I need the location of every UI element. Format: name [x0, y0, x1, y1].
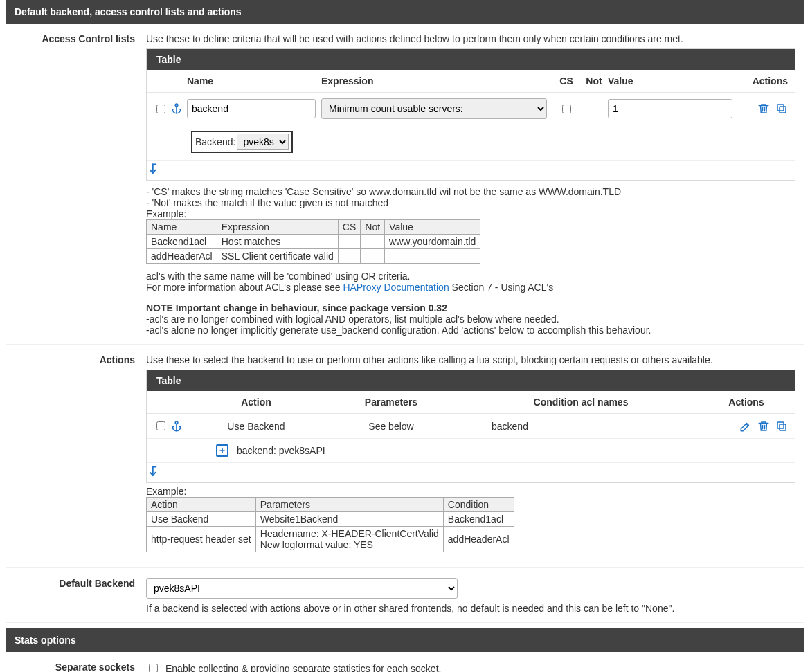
panel-title-stats: Stats options [6, 628, 804, 652]
acl-table: Table Name Expression CS Not Value Actio… [146, 48, 795, 181]
delete-icon[interactable] [757, 102, 770, 115]
acl-note-not: - 'Not' makes the match if the value giv… [146, 197, 795, 208]
actions-col-cond: Condition acl names [457, 397, 705, 408]
svg-rect-15 [777, 422, 784, 428]
acl-col-not: Not [580, 75, 608, 87]
acl-backend-label: Backend: [195, 136, 235, 147]
row-label-acl: Access Control lists [15, 33, 146, 336]
acl-example-label: Example: [146, 208, 795, 219]
actions-subrow: + backend: pvek8sAPI [147, 439, 795, 463]
reorder-down-icon[interactable] [148, 162, 161, 177]
acl-col-actions: Actions [738, 75, 788, 87]
acl-value-input[interactable] [608, 99, 732, 118]
acl-table-title: Table [147, 49, 795, 70]
acl-col-cs: CS [552, 75, 580, 87]
actions-example-label: Example: [146, 486, 795, 497]
actions-row-params: See below [325, 421, 457, 432]
acl-col-value: Value [608, 75, 738, 87]
reorder-down-icon[interactable] [148, 464, 161, 480]
acl-combine-note: acl's with the same name will be 'combin… [146, 271, 795, 282]
panel-title-backend: Default backend, access control lists an… [6, 0, 804, 24]
default-backend-help: If a backend is selected with actions ab… [146, 603, 795, 614]
actions-col-acts: Actions [705, 397, 788, 408]
row-label-separate-sockets: Separate sockets [15, 662, 146, 672]
anchor-icon[interactable] [170, 102, 183, 115]
copy-icon[interactable] [775, 102, 788, 115]
default-backend-select[interactable]: pvek8sAPI [146, 578, 458, 599]
actions-col-action: Action [187, 397, 325, 408]
acl-row: Minimum count usable servers: [147, 93, 795, 125]
svg-rect-14 [780, 424, 786, 430]
actions-row: Use Backend See below backend [147, 414, 795, 439]
actions-subrow-text: backend: pvek8sAPI [237, 445, 325, 456]
row-label-default-backend: Default Backend [15, 578, 146, 614]
copy-icon[interactable] [775, 420, 788, 433]
acl-subrow: Backend: pvek8s [147, 125, 795, 161]
actions-row-action: Use Backend [187, 421, 325, 432]
acl-col-name: Name [187, 75, 321, 87]
acl-description: Use these to define criteria that will b… [146, 33, 795, 44]
acl-doc-line: For more information about ACL's please … [146, 282, 795, 293]
acl-change-l1: -acl's are no longer combined with logic… [146, 314, 795, 325]
separate-sockets-label: Enable collecting & providing separate s… [165, 663, 441, 673]
actions-description: Use these to select the backend to use o… [146, 354, 795, 365]
actions-row-select-checkbox[interactable] [156, 421, 165, 430]
svg-rect-6 [780, 107, 786, 113]
separate-sockets-checkbox[interactable] [149, 664, 158, 672]
acl-change-l2: -acl's alone no longer implicitly genera… [146, 325, 795, 336]
svg-rect-7 [777, 105, 784, 111]
acl-backend-select[interactable]: pvek8s [237, 134, 289, 150]
acl-name-input[interactable] [187, 99, 316, 118]
haproxy-doc-link[interactable]: HAProxy Documentation [343, 282, 449, 293]
actions-table-title: Table [147, 370, 795, 391]
actions-table: Table Action Parameters Condition acl na… [146, 370, 795, 483]
edit-icon[interactable] [739, 420, 752, 433]
acl-col-expr: Expression [321, 75, 552, 87]
acl-cs-checkbox[interactable] [562, 105, 571, 113]
actions-col-params: Parameters [325, 397, 457, 408]
acl-note-cs: - 'CS' makes the string matches 'Case Se… [146, 186, 795, 197]
acl-row-select-checkbox[interactable] [156, 105, 165, 113]
delete-icon[interactable] [757, 420, 770, 433]
anchor-icon[interactable] [170, 420, 183, 433]
actions-row-cond: backend [457, 421, 705, 432]
acl-example-table: Name Expression CS Not Value Backend1acl… [146, 219, 480, 264]
actions-example-table: Action Parameters Condition Use Backend … [146, 497, 514, 552]
plus-icon[interactable]: + [216, 444, 228, 457]
acl-expression-select[interactable]: Minimum count usable servers: [321, 98, 547, 119]
row-label-actions: Actions [15, 354, 146, 559]
acl-change-title: NOTE Important change in behaviour, sinc… [146, 302, 795, 314]
